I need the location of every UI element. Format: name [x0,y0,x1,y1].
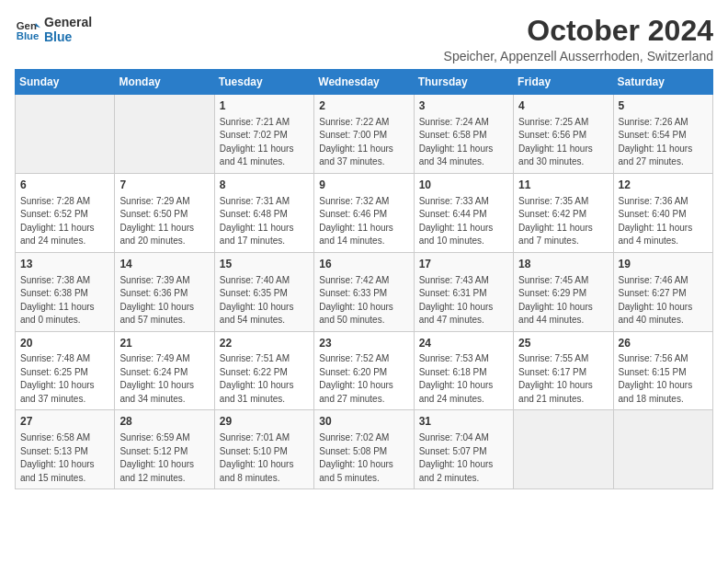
day-info: Sunrise: 7:21 AM Sunset: 7:02 PM Dayligh… [220,116,309,169]
day-info: Sunrise: 7:36 AM Sunset: 6:40 PM Dayligh… [619,195,708,248]
day-info: Sunrise: 7:46 AM Sunset: 6:27 PM Dayligh… [619,274,708,327]
day-of-week-header: Wednesday [314,70,414,95]
day-number: 23 [319,336,408,351]
day-number: 30 [319,414,408,430]
day-number: 8 [220,178,309,193]
day-of-week-header: Monday [115,70,214,95]
day-info: Sunrise: 7:42 AM Sunset: 6:33 PM Dayligh… [319,274,408,327]
calendar-cell: 3Sunrise: 7:24 AM Sunset: 6:58 PM Daylig… [414,95,513,174]
day-number: 5 [619,98,708,114]
day-info: Sunrise: 7:40 AM Sunset: 6:35 PM Dayligh… [220,274,309,327]
day-info: Sunrise: 7:49 AM Sunset: 6:24 PM Dayligh… [119,352,209,406]
calendar-cell: 20Sunrise: 7:48 AM Sunset: 6:25 PM Dayli… [16,331,115,410]
calendar-cell: 24Sunrise: 7:53 AM Sunset: 6:18 PM Dayli… [414,331,513,410]
day-info: Sunrise: 7:31 AM Sunset: 6:48 PM Dayligh… [220,195,309,248]
day-info: Sunrise: 7:55 AM Sunset: 6:17 PM Dayligh… [518,352,608,406]
day-number: 27 [20,414,109,430]
day-info: Sunrise: 7:51 AM Sunset: 6:22 PM Dayligh… [220,352,309,406]
day-number: 26 [619,336,708,351]
calendar-cell: 7Sunrise: 7:29 AM Sunset: 6:50 PM Daylig… [115,173,214,252]
calendar-cell: 6Sunrise: 7:28 AM Sunset: 6:52 PM Daylig… [16,173,115,252]
calendar-cell: 8Sunrise: 7:31 AM Sunset: 6:48 PM Daylig… [214,173,313,252]
calendar-cell: 15Sunrise: 7:40 AM Sunset: 6:35 PM Dayli… [214,252,313,331]
day-info: Sunrise: 7:56 AM Sunset: 6:15 PM Dayligh… [619,352,708,406]
calendar-cell: 9Sunrise: 7:32 AM Sunset: 6:46 PM Daylig… [314,173,414,252]
day-number: 13 [20,257,109,272]
day-info: Sunrise: 7:48 AM Sunset: 6:25 PM Dayligh… [20,352,109,406]
calendar-cell: 12Sunrise: 7:36 AM Sunset: 6:40 PM Dayli… [613,173,712,252]
title-block: October 2024 Speicher, Appenzell Ausserr… [444,15,713,63]
day-number: 19 [619,257,708,272]
calendar-cell: 22Sunrise: 7:51 AM Sunset: 6:22 PM Dayli… [214,331,313,410]
day-of-week-header: Tuesday [214,70,313,95]
calendar-cell: 23Sunrise: 7:52 AM Sunset: 6:20 PM Dayli… [314,331,414,410]
day-number: 16 [319,257,408,272]
calendar-cell: 10Sunrise: 7:33 AM Sunset: 6:44 PM Dayli… [414,173,513,252]
day-number: 25 [518,336,608,351]
logo-text-general: General [44,15,92,29]
day-number: 6 [20,178,109,193]
calendar-cell: 13Sunrise: 7:38 AM Sunset: 6:38 PM Dayli… [16,252,115,331]
calendar-cell: 27Sunrise: 6:58 AM Sunset: 5:13 PM Dayli… [16,410,115,489]
day-info: Sunrise: 7:04 AM Sunset: 5:07 PM Dayligh… [419,431,508,485]
day-info: Sunrise: 6:59 AM Sunset: 5:12 PM Dayligh… [119,431,209,485]
day-number: 22 [220,336,309,351]
calendar-cell: 2Sunrise: 7:22 AM Sunset: 7:00 PM Daylig… [314,95,414,174]
day-info: Sunrise: 7:32 AM Sunset: 6:46 PM Dayligh… [319,195,408,248]
day-number: 10 [419,178,508,193]
month-title: October 2024 [444,15,713,47]
svg-text:Blue: Blue [17,30,40,41]
day-info: Sunrise: 7:33 AM Sunset: 6:44 PM Dayligh… [419,195,508,248]
calendar-cell: 21Sunrise: 7:49 AM Sunset: 6:24 PM Dayli… [115,331,214,410]
day-number: 29 [220,414,309,430]
day-number: 31 [419,414,508,430]
calendar-cell: 4Sunrise: 7:25 AM Sunset: 6:56 PM Daylig… [514,95,613,174]
calendar-cell: 30Sunrise: 7:02 AM Sunset: 5:08 PM Dayli… [314,410,414,489]
calendar-cell: 26Sunrise: 7:56 AM Sunset: 6:15 PM Dayli… [613,331,712,410]
day-info: Sunrise: 7:02 AM Sunset: 5:08 PM Dayligh… [319,431,408,485]
calendar-cell: 5Sunrise: 7:26 AM Sunset: 6:54 PM Daylig… [613,95,712,174]
day-info: Sunrise: 7:53 AM Sunset: 6:18 PM Dayligh… [419,352,508,406]
day-info: Sunrise: 7:26 AM Sunset: 6:54 PM Dayligh… [619,116,708,169]
day-info: Sunrise: 7:25 AM Sunset: 6:56 PM Dayligh… [518,116,608,169]
day-number: 2 [319,98,408,114]
day-info: Sunrise: 7:43 AM Sunset: 6:31 PM Dayligh… [419,274,508,327]
day-number: 20 [20,336,109,351]
calendar-cell [115,95,214,174]
calendar-cell: 29Sunrise: 7:01 AM Sunset: 5:10 PM Dayli… [214,410,313,489]
day-info: Sunrise: 7:22 AM Sunset: 7:00 PM Dayligh… [319,116,408,169]
day-of-week-header: Thursday [414,70,513,95]
day-number: 18 [518,257,608,272]
day-info: Sunrise: 7:01 AM Sunset: 5:10 PM Dayligh… [220,431,309,485]
calendar-cell: 31Sunrise: 7:04 AM Sunset: 5:07 PM Dayli… [414,410,513,489]
day-info: Sunrise: 7:35 AM Sunset: 6:42 PM Dayligh… [518,195,608,248]
day-number: 15 [220,257,309,272]
day-number: 9 [319,178,408,193]
day-info: Sunrise: 7:24 AM Sunset: 6:58 PM Dayligh… [419,116,508,169]
day-info: Sunrise: 7:38 AM Sunset: 6:38 PM Dayligh… [20,274,109,327]
day-info: Sunrise: 6:58 AM Sunset: 5:13 PM Dayligh… [20,431,109,485]
calendar-header: SundayMondayTuesdayWednesdayThursdayFrid… [16,70,713,95]
day-number: 12 [619,178,708,193]
day-number: 14 [119,257,209,272]
calendar-body: 1Sunrise: 7:21 AM Sunset: 7:02 PM Daylig… [16,95,713,489]
calendar-cell: 28Sunrise: 6:59 AM Sunset: 5:12 PM Dayli… [115,410,214,489]
calendar-cell [613,410,712,489]
calendar-cell: 25Sunrise: 7:55 AM Sunset: 6:17 PM Dayli… [514,331,613,410]
day-number: 28 [119,414,209,430]
day-number: 21 [119,336,209,351]
day-number: 7 [119,178,209,193]
day-info: Sunrise: 7:45 AM Sunset: 6:29 PM Dayligh… [518,274,608,327]
calendar-cell: 14Sunrise: 7:39 AM Sunset: 6:36 PM Dayli… [115,252,214,331]
calendar-cell: 11Sunrise: 7:35 AM Sunset: 6:42 PM Dayli… [514,173,613,252]
day-info: Sunrise: 7:39 AM Sunset: 6:36 PM Dayligh… [119,274,209,327]
logo-text-blue: Blue [44,29,92,44]
logo-icon: Gen Blue [15,17,40,42]
day-number: 24 [419,336,508,351]
day-of-week-header: Saturday [613,70,712,95]
day-number: 3 [419,98,508,114]
calendar-cell: 18Sunrise: 7:45 AM Sunset: 6:29 PM Dayli… [514,252,613,331]
day-number: 17 [419,257,508,272]
page-header: Gen Blue General Blue October 2024 Speic… [15,15,713,63]
calendar-cell [16,95,115,174]
